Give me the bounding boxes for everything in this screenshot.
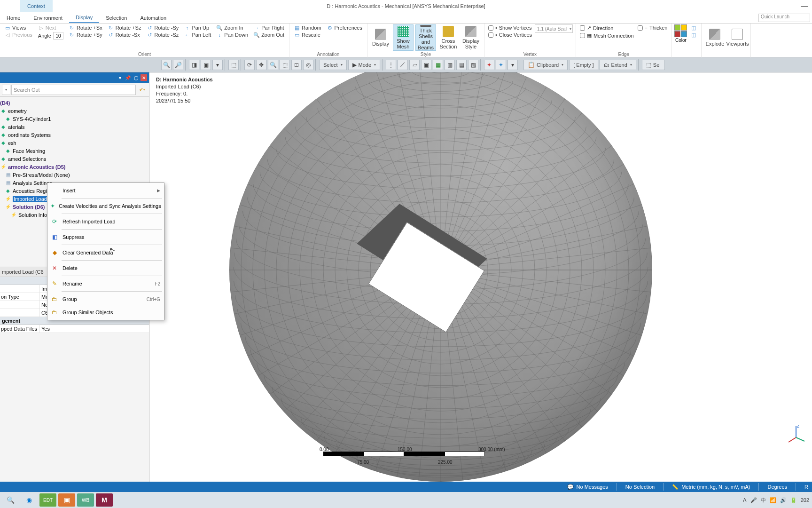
explode-button[interactable]: Explode [704, 24, 725, 51]
tree-harmonic[interactable]: ⚡armonic Acoustics (D5) [0, 163, 149, 171]
show-vertices-check[interactable]: •Show Vertices [487, 24, 533, 31]
display-style-button[interactable]: Display Style [461, 24, 481, 51]
panel-window-icon[interactable]: ▢ [133, 74, 139, 81]
menu-rename[interactable]: ✎RenameF2 [47, 277, 164, 290]
volume-icon[interactable]: 🔊 [780, 497, 787, 503]
window-minimize-icon[interactable]: — [801, 2, 808, 10]
status-units[interactable]: 📏Metric (mm, kg, N, s, mV, mA) [672, 484, 750, 490]
select-button[interactable]: Select▾ [319, 60, 347, 70]
property-row[interactable]: pped Data FilesYes [0, 325, 149, 333]
menu-group[interactable]: 🗀GroupCtrl+G [47, 293, 164, 306]
edge-shade-2[interactable]: ◫ [689, 32, 698, 38]
tree-cylinder[interactable]: ◆SYS-4\Cylinder1 [0, 115, 149, 123]
menu-clear-generated[interactable]: ◆Clear Generated Data [47, 246, 164, 259]
coords-button[interactable]: ✦ [484, 60, 494, 70]
tray-up-icon[interactable]: ᐱ [743, 497, 747, 503]
battery-icon[interactable]: 🔋 [790, 497, 797, 503]
menu-refresh[interactable]: ⟳Refresh Imported Load [47, 215, 164, 228]
node-filter[interactable]: ▦ [433, 60, 443, 70]
clipboard-button[interactable]: 📋 Clipboard▾ [523, 60, 568, 70]
menu-delete[interactable]: ✕Delete [47, 262, 164, 275]
menu-group-similar[interactable]: 🗀Group Similar Objects [47, 306, 164, 319]
vertex-filter[interactable]: ⋮ [386, 60, 396, 70]
tree-geometry[interactable]: ◆eometry [0, 107, 149, 115]
clock[interactable]: 202 [801, 497, 809, 503]
angle-input[interactable] [53, 32, 63, 40]
rotate-sy-button[interactable]: ↻Rotate +Sy [67, 32, 104, 38]
menu-create-velocities[interactable]: ✦Create Velocities and Sync Analysis Set… [47, 199, 164, 213]
previous-button[interactable]: ◁Previous [3, 32, 34, 38]
display-button[interactable]: Display [370, 24, 391, 51]
pan-left-button[interactable]: ←Pan Left [182, 32, 213, 38]
tree-model[interactable]: (D4) [0, 99, 149, 107]
tree-mesh[interactable]: ◆esh [0, 139, 149, 147]
rotate-nsx-button[interactable]: ↺Rotate -Sx [106, 32, 143, 38]
tree-prestress[interactable]: ▤Pre-Stress/Modal (None) [0, 171, 149, 179]
show-mesh-button[interactable]: Show Mesh [393, 24, 414, 51]
rotate-button[interactable]: ⟳ [244, 60, 255, 70]
element-filter[interactable]: ▥ [445, 60, 455, 70]
panel-dropdown-icon[interactable]: ▾ [117, 74, 123, 81]
tab-automation[interactable]: Automation [133, 12, 173, 23]
edge-shade-1[interactable]: ◫ [689, 24, 698, 31]
tree-facemesh[interactable]: ◆Face Meshing [0, 147, 149, 155]
view-menu-button[interactable]: ▾ [212, 60, 223, 70]
rotate-sx-button[interactable]: ↻Rotate +Sx [67, 24, 104, 31]
graphics-viewport[interactable]: D: Harmonic Acoustics Imported Load (C6)… [149, 72, 812, 482]
zoom-in-button[interactable]: 🔍Zoom In [215, 24, 250, 31]
rotate-nsy-button[interactable]: ↺Rotate -Sy [145, 24, 180, 31]
face-filter[interactable]: ▱ [409, 60, 420, 70]
search-input[interactable]: Search Out [11, 85, 136, 95]
quick-launch-input[interactable]: Quick Launch [758, 14, 810, 22]
tab-home[interactable]: Home [0, 12, 27, 23]
pan-right-button[interactable]: →Pan Right [252, 24, 286, 31]
zoom-fit2-button[interactable]: ⊡ [291, 60, 302, 70]
direction-check[interactable]: ↗Direction [579, 24, 635, 32]
tree-named[interactable]: ◆amed Selections [0, 155, 149, 163]
mesh-conn-check[interactable]: ▦Mesh Connection [579, 32, 635, 39]
iso-view-button[interactable]: ◨ [189, 60, 199, 70]
next-button[interactable]: ▷Next [36, 24, 65, 31]
autoscale-dropdown[interactable]: 1.1 (Auto Scal [535, 24, 573, 33]
window-select-button[interactable]: ⬚ [228, 60, 239, 70]
app-icon-4[interactable]: M [96, 493, 113, 507]
ime-icon[interactable]: 中 [761, 497, 766, 504]
filter-7[interactable]: ▤ [456, 60, 467, 70]
zoom-button[interactable]: 🔍 [268, 60, 278, 70]
tab-environment[interactable]: Environment [27, 12, 69, 23]
edge-filter[interactable]: ／ [398, 60, 408, 70]
thicken-check[interactable]: ≡Thicken [637, 24, 669, 31]
preferences-button[interactable]: ⚙Preferences [325, 24, 364, 31]
thick-shells-button[interactable]: Thick Shells and Beams [415, 24, 436, 51]
rotate-nsz-button[interactable]: ↺Rotate -Sz [145, 32, 180, 38]
zoom-out-button[interactable]: 🔍Zoom Out [252, 32, 286, 38]
search-scope-dropdown[interactable]: ▾ [2, 85, 10, 95]
view-switch-button[interactable]: ◎ [303, 60, 313, 70]
menu-suppress[interactable]: ◧Suppress [47, 230, 164, 244]
tree-materials[interactable]: ◆aterials [0, 123, 149, 131]
extend-button[interactable]: 🗂 Extend▾ [600, 60, 636, 70]
filter-8[interactable]: ▧ [468, 60, 478, 70]
body-filter[interactable]: ▣ [421, 60, 431, 70]
context-tab[interactable]: Context [20, 0, 53, 12]
menu-insert[interactable]: Insert▶ [47, 184, 164, 197]
pan-down-button[interactable]: ↓Pan Down [215, 32, 250, 38]
pan-button[interactable]: ✥ [256, 60, 266, 70]
cross-section-button[interactable]: Cross Section [438, 24, 459, 51]
tab-selection[interactable]: Selection [99, 12, 133, 23]
color-swatches[interactable] [674, 24, 687, 37]
empty-button[interactable]: [ Empty ] [569, 60, 598, 70]
app-icon-3[interactable]: WB [77, 493, 94, 507]
pan-up-button[interactable]: ↑Pan Up [182, 24, 213, 31]
views-button[interactable]: ▭Views [3, 24, 34, 31]
rescale-button[interactable]: ▭Rescale [292, 32, 323, 38]
top-view-button[interactable]: ▣ [201, 60, 211, 70]
zoom-sel-button[interactable]: 🔎 [173, 60, 183, 70]
status-messages[interactable]: 💬No Messages [567, 484, 608, 490]
orientation-triad[interactable]: z [786, 423, 806, 444]
zoom-box-button[interactable]: ⬚ [280, 60, 290, 70]
close-vertices-check[interactable]: •Close Vertices [487, 32, 533, 38]
coords2-button[interactable]: ✦ [496, 60, 506, 70]
app-icon-2[interactable]: ▣ [58, 493, 75, 507]
zoom-fit-button[interactable]: 🔍 [161, 60, 172, 70]
